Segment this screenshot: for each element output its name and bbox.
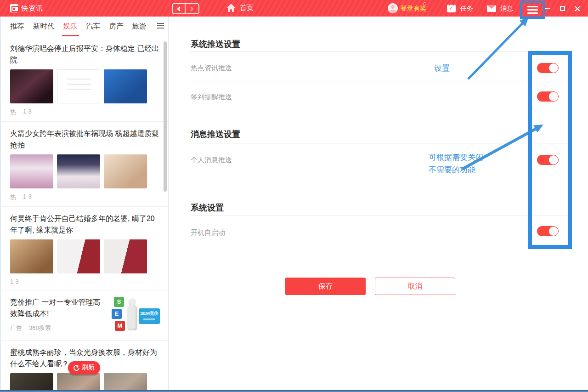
article-thumbnail[interactable]	[10, 69, 53, 103]
divider	[191, 51, 572, 52]
home-button[interactable]: 首页	[226, 3, 254, 12]
hot-tag: 热	[10, 108, 16, 116]
setting-label-checkin-reminder-push: 签到提醒推送	[191, 93, 232, 102]
article-thumbnail[interactable]	[104, 154, 147, 188]
article-thumbnail[interactable]	[57, 239, 100, 273]
section-title-message-push: 消息推送设置	[191, 129, 240, 140]
category-tabbar: 推荐 新时代 娱乐 汽车 房产 旅游	[1, 17, 168, 36]
tab-entertainment[interactable]: 娱乐	[63, 22, 78, 31]
tab-travel[interactable]: 旅游	[132, 22, 147, 31]
nav-history-group	[172, 3, 199, 14]
list-item: 火箭少女跨年表演被批车祸现场 杨超越遭质疑抢拍 热1-3	[1, 122, 168, 207]
app-window: 快资讯 首页 登录有奖 任务 消息 推荐 新时代 娱乐 汽车 房产 旅游	[0, 0, 588, 392]
refresh-icon	[74, 365, 79, 371]
section-title-system: 系统设置	[191, 202, 224, 213]
home-icon	[226, 3, 236, 12]
annotation-note-line2: 不需要的功能	[429, 164, 483, 176]
toggle-knob	[548, 155, 559, 165]
back-icon	[177, 6, 182, 11]
cancel-button[interactable]: 取消	[375, 278, 455, 295]
login-reward-button[interactable]: 登录有奖	[401, 5, 426, 13]
refresh-button[interactable]: 刷新	[68, 361, 100, 374]
annotation-note-line1: 可根据需要关闭	[429, 151, 483, 164]
toggle-personal-message-push[interactable]	[537, 155, 558, 165]
tab-recommend[interactable]: 推荐	[10, 22, 24, 31]
more-categories-icon[interactable]	[157, 23, 164, 30]
list-item: 何炅终于肯公开自己结婚多年的老婆, 瞒了20年了啊, 缘来就是你 1-3	[1, 207, 168, 290]
article-thumbnail[interactable]	[57, 154, 100, 188]
annotation-note: 可根据需要关闭 不需要的功能	[429, 151, 483, 176]
home-label: 首页	[240, 4, 254, 12]
setting-label-hot-news-push: 热点资讯推送	[191, 64, 232, 73]
messages-button[interactable]: 消息	[500, 5, 513, 13]
annotation-settings-label: 设置	[434, 63, 450, 74]
toggle-knob	[548, 63, 559, 73]
image-count: 1-3	[23, 193, 32, 201]
titlebar: 快资讯 首页 登录有奖 任务 消息	[0, 0, 588, 17]
ad-source: 360搜索	[29, 324, 51, 332]
notification-badge	[423, 2, 426, 6]
sem-block-e: E	[112, 309, 122, 319]
ad-image[interactable]: S E M SEM竞价	[110, 296, 160, 335]
tab-realestate[interactable]: 房产	[109, 22, 124, 31]
tasks-icon[interactable]	[447, 5, 456, 12]
article-title[interactable]: 何炅终于肯公开自己结婚多年的老婆, 瞒了20年了啊, 缘来就是你	[10, 213, 160, 236]
article-thumbnail[interactable]	[104, 69, 147, 103]
refresh-label: 刷新	[82, 364, 95, 372]
article-thumbnail[interactable]	[104, 239, 147, 273]
setting-label-auto-start: 开机自启动	[191, 228, 225, 237]
article-title[interactable]: 刘德华演唱会停止后报平安：身体稳定 已经出院	[10, 43, 160, 66]
toggle-auto-start[interactable]	[537, 226, 558, 236]
article-thumbnail[interactable]	[57, 373, 100, 390]
toggle-knob	[548, 91, 559, 102]
mascot-figure	[125, 298, 139, 333]
main-menu-icon[interactable]	[527, 6, 538, 16]
sidebar-scrollbar[interactable]	[164, 41, 167, 192]
article-title[interactable]: 火箭少女跨年表演被批车祸现场 杨超越遭质疑抢拍	[10, 128, 160, 151]
tab-cars[interactable]: 汽车	[86, 22, 101, 31]
sem-block-s: S	[114, 297, 124, 307]
tasks-button[interactable]: 任务	[460, 5, 473, 13]
article-thumbnail[interactable]	[104, 373, 147, 390]
divider	[191, 216, 572, 216]
ad-tag: 广告	[10, 324, 22, 332]
toggle-hot-news-push[interactable]	[537, 63, 558, 73]
toggle-knob	[548, 226, 559, 236]
article-thumbnail[interactable]	[10, 154, 53, 188]
sidebar-divider	[168, 17, 169, 390]
image-count: 1-3	[23, 108, 32, 116]
back-button[interactable]	[173, 4, 186, 13]
sem-block-m: M	[115, 321, 125, 331]
section-title-system-push: 系统推送设置	[191, 39, 240, 50]
image-count: 1-3	[10, 278, 19, 285]
user-avatar[interactable]	[388, 3, 398, 13]
tab-new-era[interactable]: 新时代	[33, 22, 55, 31]
minimize-button[interactable]	[545, 8, 550, 9]
list-item: 刘德华演唱会停止后报平安：身体稳定 已经出院 热1-3	[1, 37, 168, 122]
divider	[191, 143, 572, 143]
save-button[interactable]: 保存	[285, 278, 366, 295]
toggle-checkin-reminder-push[interactable]	[537, 91, 558, 102]
app-title: 快资讯	[21, 4, 43, 13]
setting-label-personal-message-push: 个人消息推送	[191, 156, 232, 165]
sem-label: SEM竞价	[139, 308, 160, 324]
divider	[191, 81, 572, 81]
app-logo-icon	[10, 4, 18, 12]
close-button[interactable]	[574, 6, 581, 12]
messages-icon[interactable]	[487, 5, 496, 12]
forward-button[interactable]	[186, 4, 198, 13]
article-thumbnail[interactable]	[10, 239, 53, 273]
article-thumbnail[interactable]	[10, 373, 53, 390]
list-item: 竞价推广 一对一专业管理高效降低成本! 广告360搜索 S E M SEM竞价	[1, 290, 168, 341]
hot-tag: 热	[10, 193, 16, 201]
article-thumbnail[interactable]	[57, 69, 100, 103]
ad-title[interactable]: 竞价推广 一对一专业管理高效降低成本!	[10, 296, 107, 319]
maximize-button[interactable]	[560, 6, 565, 11]
forward-icon	[189, 6, 194, 11]
window-bottom-edge	[0, 390, 588, 392]
news-feed: 刘德华演唱会停止后报平安：身体稳定 已经出院 热1-3 火箭少女跨年表演被批车祸…	[1, 37, 168, 390]
